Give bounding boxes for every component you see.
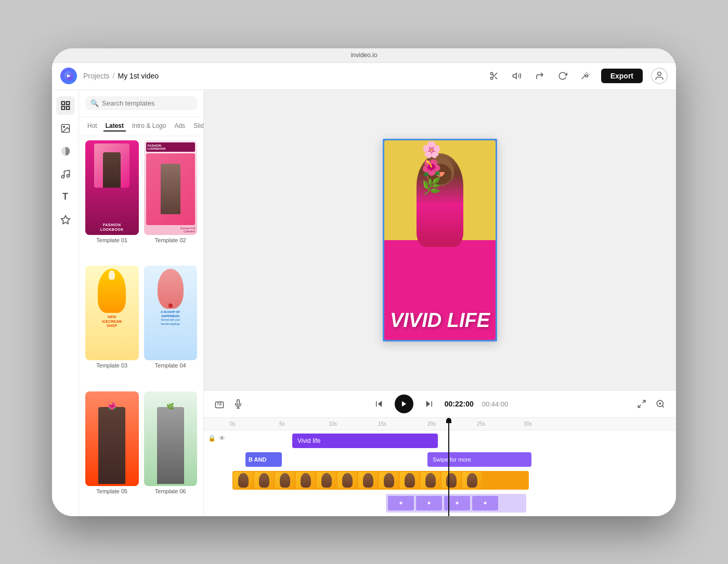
user-avatar[interactable] — [651, 68, 668, 84]
track-row-vivid: Vivid life — [230, 432, 676, 449]
redo-tool-icon[interactable] — [532, 69, 547, 83]
template-03-label: Template 03 — [85, 362, 139, 369]
video-clip[interactable] — [232, 471, 529, 490]
timeline-tracks: 🔒 👁 Vivid life — [204, 430, 676, 516]
play-button[interactable] — [395, 395, 413, 413]
svg-point-15 — [61, 175, 64, 178]
svg-line-4 — [495, 77, 497, 79]
svg-line-5 — [492, 74, 494, 76]
side-icons: T — [52, 90, 79, 516]
timeline-area: 0s 5s 10s 15s 20s 25s 30s — [204, 417, 676, 516]
video-thumb-3 — [275, 472, 295, 489]
template-item-02[interactable]: FASHIONLOOKBOOK Summer FullCollection Te… — [144, 140, 198, 261]
playhead[interactable] — [448, 418, 449, 516]
video-thumb-1 — [233, 472, 253, 489]
sticker-2: ✦ — [416, 496, 442, 510]
breadcrumb-sep: / — [113, 72, 115, 80]
lock-icon[interactable]: 🔒 — [208, 435, 216, 442]
svg-point-13 — [63, 126, 64, 127]
eye-icon[interactable]: 👁 — [219, 435, 225, 442]
cut-tool-icon[interactable] — [487, 69, 501, 83]
playback-bar: 00:22:00 00:44:00 — [204, 390, 676, 417]
text-side-icon[interactable]: T — [56, 188, 75, 206]
filter-tab-ads[interactable]: Ads — [172, 121, 187, 132]
template-04-label: Template 04 — [144, 362, 198, 369]
canvas-content: 🌸🌺🌿 — [384, 140, 496, 340]
templates-grid: FASHIONLOOKBOOK Template 01 FASHIONLOOKB… — [79, 136, 203, 516]
video-thumb-5 — [317, 472, 336, 489]
svg-point-2 — [490, 77, 493, 80]
export-button[interactable]: Export — [601, 69, 643, 83]
svg-line-27 — [638, 405, 641, 408]
breadcrumb: Projects / My 1st video — [83, 72, 159, 80]
music-side-icon[interactable] — [56, 165, 75, 183]
template-item-03[interactable]: NEWICECREAMSHOP Template 03 — [85, 266, 139, 386]
video-thumb-9 — [400, 472, 420, 489]
handle-top-left[interactable] — [383, 139, 385, 141]
playback-center-controls: 00:22:00 00:44:00 — [252, 395, 628, 413]
mic-icon[interactable] — [231, 397, 245, 411]
vivid-life-clip-label: Vivid life — [297, 437, 320, 444]
video-canvas[interactable]: 🌸🌺🌿 — [383, 139, 497, 342]
svg-rect-8 — [61, 101, 64, 104]
handle-top-right[interactable] — [495, 139, 497, 141]
caption-icon[interactable] — [212, 397, 227, 411]
expand-icon[interactable] — [634, 397, 649, 411]
filter-tab-intro[interactable]: Intro & Logo — [130, 121, 168, 132]
track-row-stickers: ✦ ✦ ✦ ✦ — [230, 493, 676, 514]
template-item-01[interactable]: FASHIONLOOKBOOK Template 01 — [85, 140, 139, 261]
handle-bottom-right[interactable] — [495, 339, 497, 342]
zoom-in-icon[interactable] — [653, 397, 668, 411]
svg-point-1 — [490, 72, 493, 75]
ruler-15s: 15s — [378, 421, 386, 427]
vivid-life-clip[interactable]: Vivid life — [292, 434, 438, 448]
video-thumb-8 — [379, 472, 399, 489]
svg-marker-23 — [402, 401, 406, 407]
template-item-06[interactable]: 🌿 Template 06 — [144, 391, 198, 512]
title-bar: invideo.io — [52, 48, 676, 63]
video-thumb-2 — [254, 472, 274, 489]
ruler-30s: 30s — [524, 421, 532, 427]
filter-tab-hot[interactable]: Hot — [85, 121, 99, 132]
brand-clip-label: B AND — [249, 456, 266, 463]
sticker-1: ✦ — [388, 496, 414, 510]
template-02-label: Template 02 — [144, 237, 198, 243]
video-thumb-6 — [337, 472, 357, 489]
template-05-label: Template 05 — [85, 488, 139, 494]
brand-clip[interactable]: B AND — [245, 452, 282, 467]
ruler-25s: 25s — [477, 421, 485, 427]
stickers-side-icon[interactable] — [56, 211, 75, 229]
search-input[interactable] — [102, 99, 192, 107]
filter-side-icon[interactable] — [56, 142, 75, 161]
svg-point-7 — [658, 72, 661, 76]
svg-rect-10 — [66, 106, 69, 109]
svg-line-26 — [643, 400, 645, 403]
magic-tool-icon[interactable] — [578, 69, 593, 83]
template-item-05[interactable]: 🌺 Template 05 — [85, 391, 139, 512]
handle-bottom-left[interactable] — [383, 339, 385, 342]
canvas-viewport[interactable]: 🌸🌺🌿 — [204, 90, 676, 390]
video-thumb-11 — [441, 472, 461, 489]
sticker-4: ✦ — [472, 496, 498, 510]
search-input-wrap[interactable]: 🔍 — [85, 96, 197, 110]
refresh-tool-icon[interactable] — [555, 69, 570, 83]
video-thumb-4 — [296, 472, 316, 489]
sticker-clip[interactable]: ✦ ✦ ✦ ✦ — [386, 494, 526, 513]
playback-left-controls — [212, 397, 245, 411]
template-item-04[interactable]: A SCOOP OFHAPPINESSServed with yourfavor… — [144, 266, 198, 386]
skip-forward-icon[interactable] — [422, 397, 436, 411]
svg-rect-9 — [66, 101, 69, 104]
filter-tab-slides[interactable]: Slides — [191, 121, 203, 132]
svg-line-29 — [662, 405, 664, 407]
volume-tool-icon[interactable] — [510, 69, 524, 83]
projects-link[interactable]: Projects — [83, 72, 110, 80]
swipe-clip[interactable]: Swipe for more — [427, 452, 531, 467]
media-side-icon[interactable] — [56, 119, 75, 138]
logo[interactable] — [60, 68, 77, 84]
playback-right-controls — [634, 397, 668, 411]
skip-back-icon[interactable] — [372, 397, 386, 411]
filter-tab-latest[interactable]: Latest — [103, 121, 126, 132]
app-title: invideo.io — [351, 51, 378, 59]
templates-side-icon[interactable] — [56, 96, 75, 115]
timeline-ruler: 0s 5s 10s 15s 20s 25s 30s — [204, 418, 676, 430]
